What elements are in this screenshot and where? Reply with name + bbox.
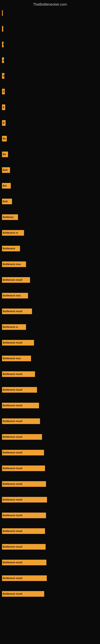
bar-row: Bottleneck re (2, 324, 100, 330)
bar-row: Bottleneck result (2, 277, 100, 283)
bar-row: Bottleneck result (2, 450, 100, 456)
bar-item: Bott (2, 199, 12, 204)
bar-item: Bottleneck resu (2, 293, 28, 298)
bar-row: E (2, 104, 100, 110)
bar-row: Bottleneck result (2, 340, 100, 346)
bar-item: B (2, 73, 4, 79)
bars-container: EmBEEBBoBoBottBotBottBottlenecBottleneck… (0, 8, 100, 597)
bar-item: Bott (2, 167, 10, 173)
bar-row: Bottleneck result (2, 403, 100, 408)
bar-item: Bottleneck result (2, 450, 44, 456)
bar-row: Bottleneck resu (2, 262, 100, 267)
bar-item: Bottleneck result (2, 591, 44, 597)
bar-item: Bottleneck result (2, 387, 37, 393)
bar-item (2, 26, 3, 32)
bar-row: Bottleneck result (2, 481, 100, 487)
bar-row: m (2, 57, 100, 63)
bar-row: Bottleneck result (2, 575, 100, 581)
bar-item: Bottleneck result (2, 418, 40, 424)
bar-row: Bottleneck resu (2, 356, 100, 361)
bar-row: Bottleneck result (2, 418, 100, 424)
bar-item: Bottleneck result (2, 544, 46, 550)
bar-item: E (2, 42, 3, 47)
bar-item: Bottleneck result (2, 277, 30, 283)
bar-row: Bottleneck result (2, 512, 100, 518)
bar-item: Bo (2, 136, 7, 142)
bar-item: Bottleneck result (2, 308, 32, 314)
bar-row: Bottleneck result (2, 544, 100, 550)
bar-item: Bottleneck result (2, 466, 45, 471)
bar-item: Bot (2, 183, 11, 188)
bar-item: Bottleneck result (2, 481, 46, 487)
bar-item: Bottleneck result (2, 512, 46, 518)
bar-row (2, 26, 100, 32)
bar-row: Bottleneck result (2, 466, 100, 471)
bar-row: Bottleneck result (2, 591, 100, 597)
bar-item: Bottleneck (2, 246, 20, 251)
bar-row: Bottlenec (2, 214, 100, 220)
site-title: TheBottlenecker.com (0, 0, 100, 8)
bar-row: Bottleneck result (2, 387, 100, 393)
bar-item: Bottleneck result (2, 560, 47, 565)
bar-item: Bottleneck re (2, 230, 24, 236)
bar-item: Bottlenec (2, 214, 18, 220)
bar-row: Bo (2, 136, 100, 142)
bar-row: Bottleneck result (2, 308, 100, 314)
bar-item: E (2, 89, 5, 94)
bar-row: Bot (2, 183, 100, 188)
bar-item: m (2, 57, 4, 63)
bar-row: E (2, 89, 100, 94)
bar-row: Bott (2, 167, 100, 173)
bar-item: Bottleneck result (2, 403, 39, 408)
bar-row: Bottleneck result (2, 371, 100, 377)
bar-row: Bottleneck (2, 246, 100, 251)
bar-item: Bottleneck result (2, 340, 34, 346)
bar-item: Bottleneck resu (2, 356, 31, 361)
bar-row: Bo (2, 152, 100, 157)
bar-item (2, 10, 3, 16)
bar-row: B (2, 120, 100, 126)
bar-row: Bott (2, 199, 100, 204)
bar-row: Bottleneck resu (2, 293, 100, 298)
bar-row: B (2, 73, 100, 79)
bar-item: Bo (2, 152, 8, 157)
bar-item: Bottleneck result (2, 371, 35, 377)
bar-row: E (2, 42, 100, 47)
bar-item: Bottleneck result (2, 528, 45, 534)
bar-item: Bottleneck resu (2, 262, 26, 267)
bar-row: Bottleneck result (2, 528, 100, 534)
bar-item: Bottleneck result (2, 497, 47, 502)
bar-row: Bottleneck result (2, 560, 100, 565)
bar-item: Bottleneck re (2, 324, 26, 330)
bar-row (2, 10, 100, 16)
bar-item: E (2, 104, 5, 110)
bar-row: Bottleneck result (2, 434, 100, 440)
bar-item: B (2, 120, 6, 126)
bar-row: Bottleneck re (2, 230, 100, 236)
bar-item: Bottleneck result (2, 434, 42, 440)
bar-item: Bottleneck result (2, 575, 47, 581)
bar-row: Bottleneck result (2, 497, 100, 502)
